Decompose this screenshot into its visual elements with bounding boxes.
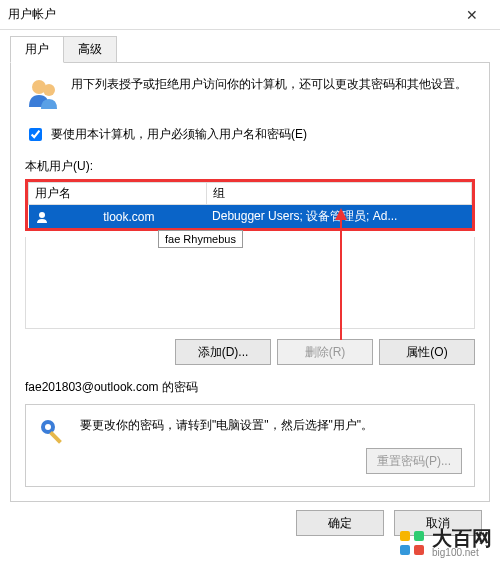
require-login-label: 要使用本计算机，用户必须输入用户名和密码(E): [51, 126, 307, 143]
ok-button[interactable]: 确定: [296, 510, 384, 536]
local-users-label: 本机用户(U):: [25, 158, 475, 175]
watermark-name: 大百网: [432, 528, 492, 548]
svg-point-2: [39, 212, 45, 218]
tab-user[interactable]: 用户: [10, 36, 64, 63]
require-login-checkbox-row: 要使用本计算机，用户必须输入用户名和密码(E): [25, 125, 475, 144]
password-section: fae201803@outlook.com 的密码 要更改你的密码，请转到"电脑…: [25, 379, 475, 487]
col-username[interactable]: 用户名: [29, 183, 207, 205]
user-buttons-row: 添加(D)... 删除(R) 属性(O): [25, 339, 475, 365]
cell-username: tlook.com: [103, 210, 154, 224]
delete-button: 删除(R): [277, 339, 373, 365]
close-icon[interactable]: ✕: [452, 7, 492, 23]
svg-rect-9: [414, 545, 424, 555]
key-icon: [38, 417, 70, 449]
svg-rect-5: [49, 431, 62, 444]
tab-advanced[interactable]: 高级: [63, 36, 117, 63]
add-button[interactable]: 添加(D)...: [175, 339, 271, 365]
table-empty-area: [25, 237, 475, 329]
table-row[interactable]: tlook.com Debugger Users; 设备管理员; Ad...: [29, 205, 472, 229]
watermark-domain: big100.net: [432, 548, 492, 558]
tab-panel-user: 用下列表授予或拒绝用户访问你的计算机，还可以更改其密码和其他设置。 要使用本计算…: [10, 62, 490, 502]
svg-rect-8: [400, 545, 410, 555]
require-login-checkbox[interactable]: [29, 128, 42, 141]
info-row: 用下列表授予或拒绝用户访问你的计算机，还可以更改其密码和其他设置。: [25, 75, 475, 111]
svg-rect-7: [414, 531, 424, 541]
titlebar: 用户帐户 ✕: [0, 0, 500, 30]
user-table-highlight: 用户名 组 tlook.com: [25, 179, 475, 231]
watermark: 大百网 big100.net: [398, 528, 492, 558]
password-section-title: fae201803@outlook.com 的密码: [25, 379, 475, 396]
window-title: 用户帐户: [8, 6, 452, 23]
user-row-icon: [35, 210, 49, 224]
svg-point-1: [43, 84, 55, 96]
properties-button[interactable]: 属性(O): [379, 339, 475, 365]
cell-group: Debugger Users; 设备管理员; Ad...: [206, 205, 471, 229]
col-group[interactable]: 组: [206, 183, 471, 205]
svg-rect-6: [400, 531, 410, 541]
info-text: 用下列表授予或拒绝用户访问你的计算机，还可以更改其密码和其他设置。: [71, 75, 467, 94]
password-section-text: 要更改你的密码，请转到"电脑设置"，然后选择"用户"。: [80, 417, 462, 434]
watermark-logo-icon: [398, 529, 426, 557]
tabs: 用户 高级: [10, 36, 490, 63]
reset-password-button: 重置密码(P)...: [366, 448, 462, 474]
tooltip: fae Rhymebus: [158, 230, 243, 248]
user-table: 用户名 组 tlook.com: [28, 182, 472, 228]
users-icon: [25, 75, 61, 111]
svg-point-4: [45, 424, 51, 430]
